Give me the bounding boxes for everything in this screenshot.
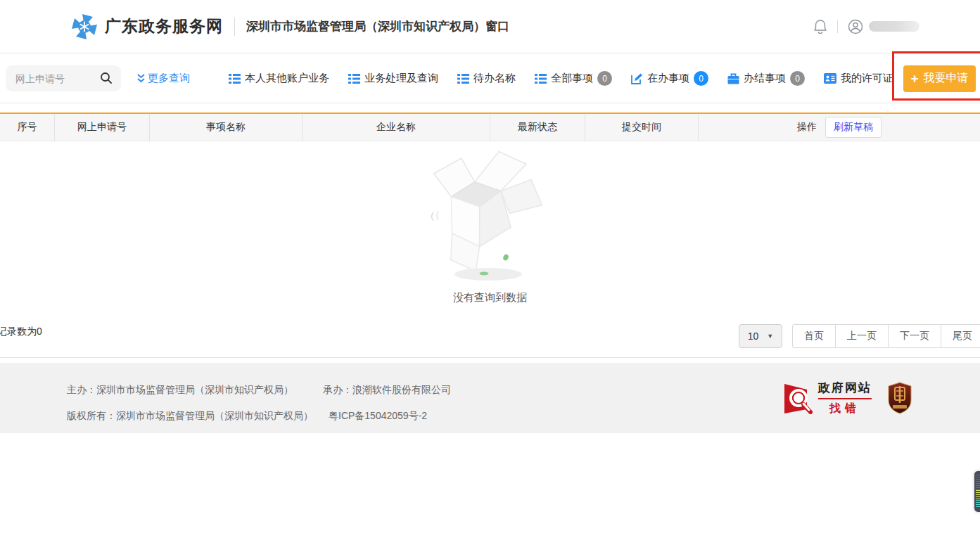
col-actions-label: 操作 [797, 121, 817, 134]
toolbar-menu: 本人其他账户业务 业务处理及查询 待办名称 [210, 71, 893, 86]
all-items-count-badge: 0 [597, 71, 612, 86]
menu-item-all-items[interactable]: 全部事项 0 [535, 71, 612, 86]
col-seq: 序号 [0, 114, 55, 141]
list-icon [348, 74, 360, 84]
site-name: 广东政务服务网 [105, 15, 223, 37]
footer-copyright-line: 版权所有：深圳市市场监督管理局（深圳市知识产权局）粤ICP备15042059号-… [67, 410, 427, 423]
apply-button-label: 我要申请 [924, 71, 969, 86]
footer-undertake: 承办：浪潮软件股份有限公司 [323, 384, 451, 395]
widget-stripes-yellow [976, 490, 980, 500]
footer: 主办：深圳市市场监督管理局（深圳市知识产权局）承办：浪潮软件股份有限公司 版权所… [0, 363, 980, 433]
footer-icp: 粤ICP备15042059号-2 [329, 410, 427, 421]
footer-host-line: 主办：深圳市市场监督管理局（深圳市知识产权局）承办：浪潮软件股份有限公司 [67, 384, 451, 397]
menu-label: 待办名称 [473, 72, 516, 85]
col-apply-no: 网上申请号 [55, 114, 150, 141]
empty-state-text: 没有查询到数据 [0, 291, 980, 304]
footer-copyright: 版权所有：深圳市市场监督管理局（深圳市知识产权局） [67, 410, 313, 421]
find-error-magnifier-icon [783, 381, 814, 415]
window-title: 深圳市市场监督管理局（深圳市知识产权局）窗口 [246, 18, 509, 34]
more-query-link[interactable]: 更多查询 [136, 72, 190, 85]
table-header: 序号 网上申请号 事项名称 企业名称 最新状态 提交时间 操作 刷新草稿 [0, 113, 980, 141]
briefcase-icon [727, 73, 739, 84]
widget-stripes-gray [976, 475, 980, 490]
toolbar: 更多查询 本人其他账户业务 业务处理及查询 [0, 54, 980, 103]
list-icon [535, 74, 547, 84]
prev-page-button[interactable]: 上一页 [836, 324, 889, 348]
next-page-button[interactable]: 下一页 [889, 324, 941, 348]
find-error-line2: 找错 [818, 402, 872, 416]
apply-button[interactable]: + 我要申请 [903, 65, 976, 92]
bell-icon[interactable] [813, 19, 827, 34]
empty-box-illustration [424, 148, 557, 285]
side-panel-toggle-widget[interactable] [974, 471, 980, 512]
header: 广东政务服务网 深圳市市场监督管理局（深圳市知识产权局）窗口 [0, 0, 980, 53]
gov-shield-badge-icon[interactable] [887, 382, 912, 414]
gdzwfw-logo-icon [70, 13, 98, 41]
col-actions: 操作 刷新草稿 [699, 114, 980, 141]
menu-item-my-licenses[interactable]: 我的许可证 [824, 72, 893, 85]
page-size-select[interactable]: 10 ▼ [739, 324, 782, 348]
gov-site-find-error-badge[interactable]: 政府网站 找错 [783, 380, 872, 416]
in-progress-count-badge: 0 [694, 71, 708, 86]
menu-label: 业务处理及查询 [364, 72, 438, 85]
completed-count-badge: 0 [790, 71, 805, 86]
page-size-value: 10 [748, 330, 759, 342]
menu-item-business-process-query[interactable]: 业务处理及查询 [348, 72, 438, 85]
menu-label: 办结事项 [744, 72, 786, 85]
redacted-username [869, 21, 919, 32]
header-right [813, 19, 919, 34]
col-submit-time: 提交时间 [585, 114, 699, 141]
menu-label: 在办事项 [647, 72, 689, 85]
find-error-text: 政府网站 找错 [818, 380, 872, 416]
list-icon [229, 74, 241, 84]
find-error-line1: 政府网站 [818, 380, 872, 399]
footer-host: 主办：深圳市市场监督管理局（深圳市知识产权局） [67, 384, 293, 395]
more-query-label: 更多查询 [148, 72, 190, 85]
id-card-icon [824, 73, 836, 84]
pagination: 10 ▼ 首页 上一页 下一页 尾页 [739, 324, 980, 348]
menu-item-other-account-business[interactable]: 本人其他账户业务 [229, 72, 329, 85]
header-right-divider [837, 20, 838, 33]
menu-item-in-progress[interactable]: 在办事项 0 [631, 71, 708, 86]
col-item-name: 事项名称 [150, 114, 303, 141]
list-icon [457, 74, 469, 84]
search-input[interactable] [15, 73, 97, 84]
col-company-name: 企业名称 [303, 114, 490, 141]
search-icon[interactable] [100, 72, 113, 84]
page: 广东政务服务网 深圳市市场监督管理局（深圳市知识产权局）窗口 [0, 0, 980, 533]
edit-icon [631, 73, 643, 84]
first-page-button[interactable]: 首页 [792, 324, 836, 348]
menu-label: 本人其他账户业务 [245, 72, 329, 85]
header-divider [234, 18, 235, 36]
search-box[interactable] [6, 65, 121, 91]
menu-item-todo-name[interactable]: 待办名称 [457, 72, 516, 85]
last-page-button[interactable]: 尾页 [941, 324, 980, 348]
content-footer-divider [0, 357, 980, 358]
select-caret-icon: ▼ [767, 333, 773, 340]
records-count-text: 记录数为0 [0, 326, 42, 338]
menu-label: 我的许可证 [841, 72, 893, 85]
pager-buttons: 首页 上一页 下一页 尾页 [792, 324, 980, 348]
double-chevron-down-icon [136, 73, 146, 84]
empty-state: 没有查询到数据 [0, 148, 980, 304]
brand[interactable]: 广东政务服务网 [70, 13, 223, 41]
col-latest-status: 最新状态 [490, 114, 585, 141]
plus-icon: + [910, 72, 918, 85]
menu-label: 全部事项 [551, 72, 593, 85]
widget-stripes-teal [976, 500, 980, 508]
footer-badges: 政府网站 找错 [783, 380, 912, 416]
refresh-draft-button[interactable]: 刷新草稿 [825, 117, 882, 138]
user-icon[interactable] [848, 19, 863, 34]
menu-item-completed[interactable]: 办结事项 0 [727, 71, 805, 86]
